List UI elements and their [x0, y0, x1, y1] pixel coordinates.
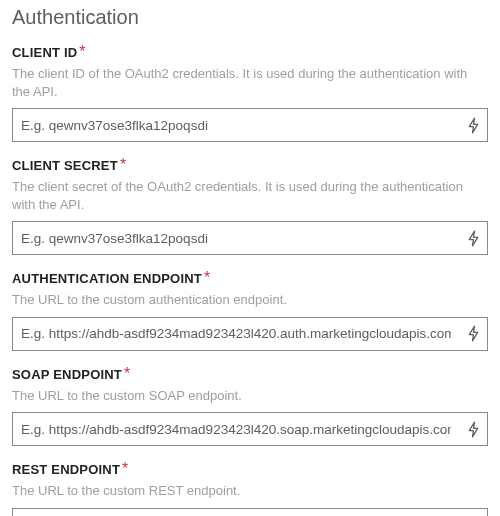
auth-endpoint-label-row: AUTHENTICATION ENDPOINT*: [12, 269, 488, 287]
soap-endpoint-label: SOAP ENDPOINT: [12, 367, 122, 382]
field-client-secret: CLIENT SECRET* The client secret of the …: [12, 156, 488, 255]
client-id-label: CLIENT ID: [12, 45, 77, 60]
auth-endpoint-input-wrap: [12, 317, 488, 351]
client-secret-label-row: CLIENT SECRET*: [12, 156, 488, 174]
rest-endpoint-input[interactable]: [13, 509, 459, 516]
dynamic-content-button[interactable]: [459, 318, 487, 350]
client-secret-input-wrap: [12, 221, 488, 255]
rest-endpoint-desc: The URL to the custom REST endpoint.: [12, 482, 488, 500]
required-mark: *: [122, 460, 128, 477]
required-mark: *: [124, 365, 130, 382]
client-id-label-row: CLIENT ID*: [12, 43, 488, 61]
client-secret-label: CLIENT SECRET: [12, 158, 118, 173]
soap-endpoint-input[interactable]: [13, 413, 459, 445]
soap-endpoint-label-row: SOAP ENDPOINT*: [12, 365, 488, 383]
field-client-id: CLIENT ID* The client ID of the OAuth2 c…: [12, 43, 488, 142]
auth-endpoint-desc: The URL to the custom authentication end…: [12, 291, 488, 309]
lightning-icon: [467, 230, 480, 247]
required-mark: *: [79, 43, 85, 60]
dynamic-content-button[interactable]: [459, 222, 487, 254]
dynamic-content-button[interactable]: [459, 109, 487, 141]
dynamic-content-button[interactable]: [459, 509, 487, 516]
dynamic-content-button[interactable]: [459, 413, 487, 445]
auth-endpoint-input[interactable]: [13, 318, 459, 350]
client-id-desc: The client ID of the OAuth2 credentials.…: [12, 65, 488, 100]
soap-endpoint-desc: The URL to the custom SOAP endpoint.: [12, 387, 488, 405]
client-secret-input[interactable]: [13, 222, 459, 254]
rest-endpoint-label-row: REST ENDPOINT*: [12, 460, 488, 478]
required-mark: *: [120, 156, 126, 173]
client-id-input[interactable]: [13, 109, 459, 141]
lightning-icon: [467, 117, 480, 134]
field-rest-endpoint: REST ENDPOINT* The URL to the custom RES…: [12, 460, 488, 516]
auth-endpoint-label: AUTHENTICATION ENDPOINT: [12, 271, 202, 286]
required-mark: *: [204, 269, 210, 286]
rest-endpoint-label: REST ENDPOINT: [12, 462, 120, 477]
client-secret-desc: The client secret of the OAuth2 credenti…: [12, 178, 488, 213]
section-title: Authentication: [12, 6, 488, 29]
soap-endpoint-input-wrap: [12, 412, 488, 446]
field-soap-endpoint: SOAP ENDPOINT* The URL to the custom SOA…: [12, 365, 488, 447]
field-auth-endpoint: AUTHENTICATION ENDPOINT* The URL to the …: [12, 269, 488, 351]
lightning-icon: [467, 325, 480, 342]
client-id-input-wrap: [12, 108, 488, 142]
rest-endpoint-input-wrap: [12, 508, 488, 516]
lightning-icon: [467, 421, 480, 438]
